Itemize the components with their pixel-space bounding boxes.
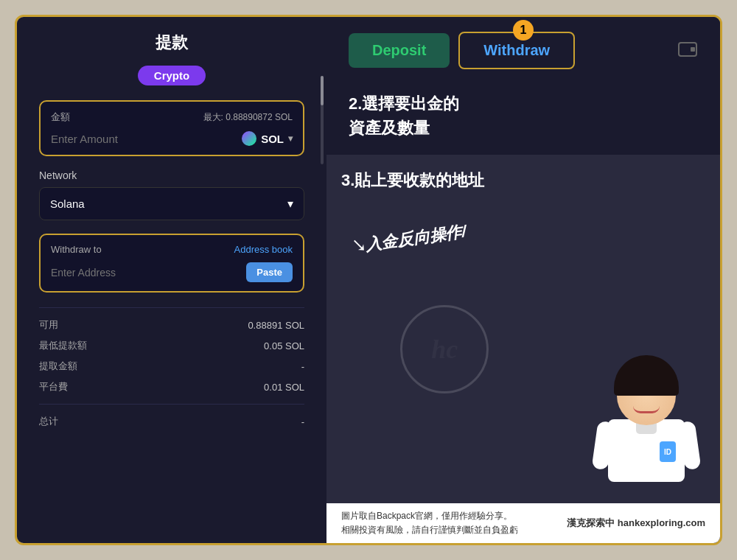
- amount-header: 金額 最大: 0.88890872 SOL: [51, 111, 293, 124]
- sol-label: SOL: [261, 133, 284, 145]
- info-rows: 可用 0.88891 SOL 最低提款額 0.05 SOL 提取金額 - 平台費…: [39, 307, 304, 428]
- address-input[interactable]: [51, 267, 240, 279]
- char-body: ID: [608, 419, 685, 482]
- panel-title: 提款: [39, 32, 304, 54]
- step2-text: 2.選擇要出金的資產及數量: [349, 91, 698, 140]
- info-row-total: 总计 -: [39, 415, 304, 428]
- info-row-fee: 平台費 0.01 SOL: [39, 380, 304, 393]
- withdraw-to-section: Withdraw to Address book Paste: [39, 234, 304, 293]
- scroll-thumb: [321, 76, 324, 105]
- network-chevron-icon: ▾: [287, 197, 293, 211]
- info-key-amount: 提取金額: [39, 360, 77, 373]
- info-row-min: 最低提款額 0.05 SOL: [39, 339, 304, 352]
- instruction-area: 2.選擇要出金的資產及數量: [326, 77, 720, 155]
- character-illustration: ID: [580, 351, 713, 499]
- sol-icon: [242, 131, 256, 146]
- info-value-amount: -: [301, 361, 304, 372]
- watermark: hc: [400, 305, 489, 393]
- tab-deposit[interactable]: Deposit: [349, 33, 450, 68]
- amount-max: 最大: 0.88890872 SOL: [203, 111, 293, 124]
- address-input-row: Paste: [51, 262, 293, 282]
- network-label: Network: [39, 169, 304, 181]
- char-hair: [614, 355, 679, 396]
- step-badge: 1: [513, 20, 534, 41]
- char-badge: ID: [660, 441, 676, 462]
- network-value: Solana: [50, 197, 85, 210]
- footer: 圖片取自Backpack官網，僅用作經驗分享。 相關投資有風險，請自行謹慎判斷並…: [326, 503, 720, 543]
- info-value-available: 0.88891 SOL: [248, 320, 304, 331]
- withdraw-to-header: Withdraw to Address book: [51, 244, 293, 255]
- info-value-total: -: [301, 416, 304, 427]
- address-book-link[interactable]: Address book: [234, 244, 293, 255]
- info-key-total: 总计: [39, 415, 58, 428]
- crypto-badge[interactable]: Crypto: [138, 66, 206, 85]
- main-frame: 提款 Crypto 金額 最大: 0.88890872 SOL SOL ▾ Ne…: [15, 15, 722, 545]
- info-value-fee: 0.01 SOL: [264, 382, 304, 393]
- char-mouth: [633, 403, 660, 413]
- chevron-down-icon: ▾: [288, 133, 293, 144]
- footer-text1: 圖片取自Backpack官網，僅用作經驗分享。: [341, 509, 518, 523]
- network-select[interactable]: Solana ▾: [39, 187, 304, 220]
- handwritten-text: ↘入金反向操作/: [348, 220, 468, 259]
- scroll-indicator: [321, 76, 324, 164]
- amount-label: 金額: [51, 111, 70, 124]
- footer-text2: 相關投資有風險，請自行謹慎判斷並自負盈虧: [341, 523, 518, 537]
- amount-section: 金額 最大: 0.88890872 SOL SOL ▾: [39, 100, 304, 156]
- sol-selector[interactable]: SOL ▾: [242, 131, 293, 146]
- svg-rect-1: [691, 47, 695, 52]
- right-panel: 1 Deposit Withdraw 2.選擇要出金的資產及數量 hc 3.貼上…: [326, 17, 720, 543]
- wallet-icon: [677, 38, 698, 63]
- info-key-available: 可用: [39, 318, 58, 332]
- info-key-min: 最低提款額: [39, 339, 87, 352]
- info-key-fee: 平台費: [39, 380, 68, 393]
- info-row-available: 可用 0.88891 SOL: [39, 318, 304, 332]
- image-area: hc 3.貼上要收款的地址 ↘入金反向操作/: [326, 155, 720, 543]
- info-divider: [39, 404, 304, 405]
- footer-left: 圖片取自Backpack官網，僅用作經驗分享。 相關投資有風險，請自行謹慎判斷並…: [341, 509, 518, 537]
- footer-right: 漢克探索中 hankexploring.com: [567, 517, 705, 530]
- amount-input[interactable]: [51, 133, 242, 145]
- tab-area: 1 Deposit Withdraw: [326, 17, 720, 77]
- amount-input-row: SOL ▾: [51, 131, 293, 146]
- withdraw-to-label: Withdraw to: [51, 244, 102, 255]
- left-panel: 提款 Crypto 金額 最大: 0.88890872 SOL SOL ▾ Ne…: [17, 17, 326, 543]
- info-value-min: 0.05 SOL: [264, 340, 304, 351]
- info-row-amount: 提取金額 -: [39, 360, 304, 373]
- paste-button[interactable]: Paste: [246, 262, 293, 282]
- step3-text: 3.貼上要收款的地址: [341, 169, 484, 192]
